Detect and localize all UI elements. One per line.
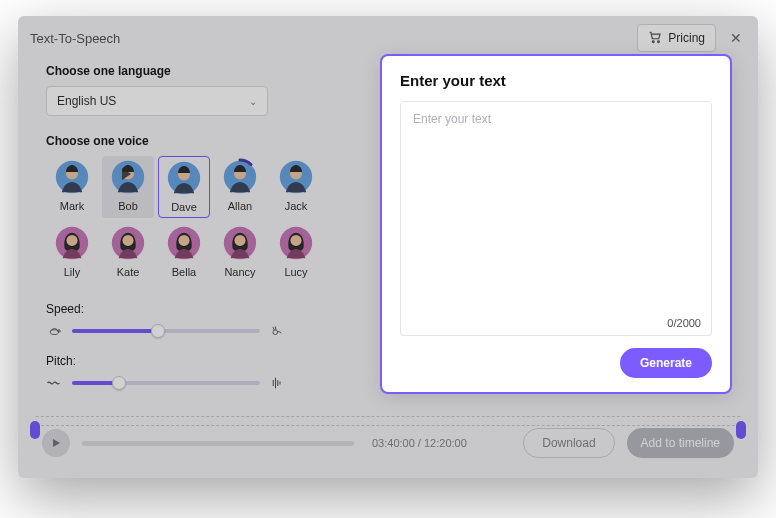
svg-point-15 (122, 235, 133, 246)
avatar (55, 160, 89, 194)
voice-bella[interactable]: Bella (158, 222, 210, 284)
avatar (111, 226, 145, 260)
svg-point-13 (66, 235, 77, 246)
footer: 03:40:00 / 12:20:00 Download Add to time… (18, 408, 758, 478)
voice-name: Jack (285, 200, 308, 212)
timeline-handle-right[interactable] (736, 421, 746, 439)
add-to-timeline-button[interactable]: Add to timeline (627, 428, 734, 458)
pricing-button[interactable]: Pricing (637, 24, 716, 52)
voice-name: Lily (64, 266, 81, 278)
avatar (55, 226, 89, 260)
voice-name: Bella (172, 266, 196, 278)
voice-allan[interactable]: Allan (214, 156, 266, 218)
svg-point-17 (178, 235, 189, 246)
voice-mark[interactable]: Mark (46, 156, 98, 218)
play-icon (122, 168, 131, 180)
svg-point-19 (234, 235, 245, 246)
language-selected: English US (57, 94, 116, 108)
voice-name: Mark (60, 200, 84, 212)
download-button[interactable]: Download (523, 428, 614, 458)
voice-dave[interactable]: Dave (158, 156, 210, 218)
avatar (167, 226, 201, 260)
chevron-down-icon: ⌄ (249, 96, 257, 107)
avatar (167, 161, 201, 195)
voice-bob[interactable]: Bob (102, 156, 154, 218)
text-input[interactable] (401, 102, 711, 311)
close-icon: ✕ (730, 30, 742, 46)
panel-title: Text-To-Speech (30, 31, 637, 46)
voice-grid: Mark Bob Dave Allan Jack Lily Kate Bella… (46, 156, 366, 284)
timeline-track[interactable] (36, 416, 740, 426)
loading-arc-icon (222, 158, 258, 194)
voice-lily[interactable]: Lily (46, 222, 98, 284)
voice-name: Lucy (284, 266, 307, 278)
rabbit-icon (268, 322, 286, 340)
cart-icon (648, 30, 662, 47)
avatar (223, 226, 257, 260)
voice-jack[interactable]: Jack (270, 156, 322, 218)
char-counter: 0/2000 (401, 311, 711, 335)
play-button[interactable] (42, 429, 70, 457)
avatar (279, 160, 313, 194)
wave-high-icon (268, 374, 286, 392)
text-entry-modal: Enter your text 0/2000 Generate (380, 54, 732, 394)
voice-name: Dave (171, 201, 197, 213)
generate-button[interactable]: Generate (620, 348, 712, 378)
voice-lucy[interactable]: Lucy (270, 222, 322, 284)
wave-low-icon (46, 374, 64, 392)
svg-point-21 (290, 235, 301, 246)
voice-name: Allan (228, 200, 252, 212)
modal-title: Enter your text (400, 72, 712, 89)
svg-point-1 (658, 40, 660, 42)
svg-point-23 (58, 330, 60, 332)
timeline-handle-left[interactable] (30, 421, 40, 439)
time-display: 03:40:00 / 12:20:00 (372, 437, 511, 449)
voice-nancy[interactable]: Nancy (214, 222, 266, 284)
speed-slider[interactable] (72, 329, 260, 333)
voice-name: Nancy (224, 266, 255, 278)
turtle-icon (46, 322, 64, 340)
progress-bar[interactable] (82, 441, 354, 446)
svg-point-24 (273, 330, 278, 335)
voice-name: Kate (117, 266, 140, 278)
svg-point-22 (50, 330, 58, 335)
pricing-label: Pricing (668, 31, 705, 45)
play-icon (51, 434, 61, 452)
language-dropdown[interactable]: English US ⌄ (46, 86, 268, 116)
pitch-slider[interactable] (72, 381, 260, 385)
voice-kate[interactable]: Kate (102, 222, 154, 284)
close-button[interactable]: ✕ (726, 28, 746, 48)
avatar (279, 226, 313, 260)
voice-name: Bob (118, 200, 138, 212)
svg-point-0 (653, 40, 655, 42)
